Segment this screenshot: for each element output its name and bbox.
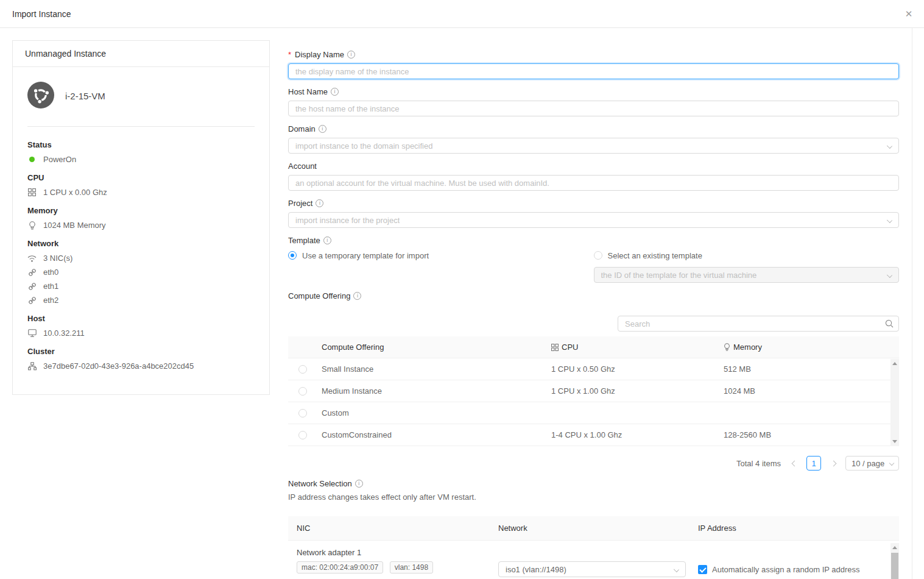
card-title: Unmanaged Instance	[25, 49, 106, 59]
scroll-down-icon[interactable]	[892, 440, 897, 443]
network-selection-table: NIC Network IP Address Network adapter 1…	[288, 516, 899, 579]
pagination: Total 4 items 1 10 / page	[288, 456, 899, 471]
desktop-icon	[27, 329, 37, 337]
mac-tag: mac: 02:00:24:a9:00:07	[297, 561, 383, 574]
compute-offering-section: Compute Offering	[288, 290, 899, 301]
table-row: Network adapter 1 mac: 02:00:24:a9:00:07…	[288, 541, 899, 579]
modal-header: Import Instance ✕	[0, 0, 924, 28]
offering-radio[interactable]	[298, 409, 307, 417]
vm-name: i-2-15-VM	[65, 91, 105, 101]
link-icon	[27, 282, 37, 291]
display-name-field: * Display Name	[288, 49, 899, 79]
col-ip-address: IP Address	[698, 524, 899, 533]
col-network: Network	[498, 524, 698, 533]
offering-name: Medium Instance	[322, 386, 551, 396]
wifi-icon	[27, 255, 37, 262]
offering-radio[interactable]	[298, 365, 307, 374]
nic-network-select[interactable]: iso1 (vlan://1498)	[498, 561, 686, 577]
cpu-label: CPU	[27, 173, 255, 182]
temporary-template-label: Use a temporary template for import	[302, 251, 429, 260]
memory-icon	[724, 343, 730, 351]
status-label: Status	[27, 140, 255, 149]
offering-radio[interactable]	[298, 431, 307, 439]
info-icon	[316, 199, 323, 207]
template-option-temporary: Use a temporary template for import	[288, 249, 594, 283]
host-name-input[interactable]	[288, 101, 899, 116]
offering-search	[618, 316, 899, 332]
cpu-icon	[551, 344, 559, 351]
host-section: Host 10.0.32.211	[27, 314, 255, 338]
existing-template-select[interactable]: the ID of the template for the virtual m…	[594, 267, 900, 283]
page-1-button[interactable]: 1	[806, 456, 821, 471]
offering-memory: 1024 MB	[724, 386, 899, 396]
auto-ip-label: Automatically assign a random IP address	[712, 565, 860, 574]
offering-name: Custom	[322, 408, 551, 417]
status-value: PowerOn	[43, 155, 76, 164]
scroll-up-icon[interactable]	[892, 362, 897, 365]
offering-memory: 128-2560 MB	[724, 430, 899, 439]
table-row[interactable]: Medium Instance 1 CPU x 1.00 Ghz 1024 MB	[288, 380, 899, 402]
host-label: Host	[27, 314, 255, 323]
info-icon	[331, 88, 339, 96]
page-size-select[interactable]: 10 / page	[845, 456, 899, 471]
offering-name: Small Instance	[322, 364, 551, 374]
offering-cpu: 1 CPU x 1.00 Ghz	[551, 386, 724, 396]
link-icon	[27, 268, 37, 277]
table-scrollbar[interactable]	[890, 543, 899, 579]
account-input[interactable]	[288, 175, 899, 191]
display-name-label: Display Name	[295, 50, 344, 59]
info-icon	[355, 480, 363, 488]
host-name-label: Host Name	[288, 87, 328, 96]
template-field: Template Use a temporary template for im…	[288, 235, 899, 283]
close-icon[interactable]: ✕	[903, 8, 915, 20]
nic-network-value: iso1 (vlan://1498)	[506, 565, 566, 574]
nic-adapter-name: Network adapter 1	[297, 548, 490, 557]
scroll-edge-divider	[912, 28, 912, 579]
table-row[interactable]: CustomConstrained 1-4 CPU x 1.00 Ghz 128…	[288, 424, 899, 446]
chevron-down-icon	[889, 461, 894, 466]
network-selection-note: IP address changes takes effect only aft…	[288, 492, 899, 502]
radio-unchecked-icon[interactable]	[594, 251, 602, 260]
nic-name: eth2	[43, 296, 58, 305]
next-page-icon[interactable]	[826, 456, 841, 471]
required-mark: *	[288, 50, 291, 59]
table-body: Network adapter 1 mac: 02:00:24:a9:00:07…	[288, 541, 899, 579]
compute-offering-label: Compute Offering	[288, 291, 350, 300]
offering-cpu: 1 CPU x 0.50 Ghz	[551, 364, 724, 374]
cpu-section: CPU 1 CPU x 0.00 Ghz	[27, 173, 255, 197]
table-row[interactable]: Small Instance 1 CPU x 0.50 Ghz 512 MB	[288, 358, 899, 380]
prev-page-icon[interactable]	[787, 456, 802, 471]
memory-label: Memory	[27, 206, 255, 215]
account-label: Account	[288, 162, 317, 171]
scroll-thumb[interactable]	[891, 553, 898, 579]
display-name-input[interactable]	[288, 63, 899, 79]
search-input[interactable]	[618, 316, 899, 332]
network-label: Network	[27, 239, 255, 248]
auto-ip-checkbox[interactable]	[698, 565, 707, 574]
nic-count: 3 NIC(s)	[43, 254, 72, 263]
cpu-icon	[27, 188, 37, 196]
ubuntu-os-icon	[27, 82, 54, 110]
search-icon[interactable]	[885, 319, 894, 330]
domain-select[interactable]: import instance to the domain specified	[288, 138, 899, 154]
temporary-template-radio-option[interactable]: Use a temporary template for import	[288, 249, 594, 261]
card-body: i-2-15-VM Status PowerOn CPU 1 CPU x 0.0…	[13, 67, 269, 394]
card-header: Unmanaged Instance	[13, 41, 269, 67]
offering-cpu: 1-4 CPU x 1.00 Ghz	[551, 430, 724, 439]
scroll-up-icon[interactable]	[892, 546, 897, 549]
existing-template-label: Select an existing template	[608, 251, 702, 260]
table-scrollbar[interactable]	[890, 359, 899, 446]
info-icon	[319, 125, 326, 133]
radio-checked-icon[interactable]	[288, 251, 297, 260]
col-nic: NIC	[288, 524, 498, 533]
network-section: Network 3 NIC(s) eth0 eth1	[27, 239, 255, 305]
template-option-existing: Select an existing template the ID of th…	[594, 249, 900, 283]
status-dot-icon	[27, 157, 37, 162]
table-row[interactable]: Custom	[288, 402, 899, 424]
pagination-total: Total 4 items	[736, 459, 781, 468]
existing-template-radio-option[interactable]: Select an existing template	[594, 249, 900, 261]
table-header: NIC Network IP Address	[288, 516, 899, 541]
offering-radio[interactable]	[298, 387, 307, 396]
project-select[interactable]: import instance for the project	[288, 212, 899, 228]
chevron-down-icon	[887, 218, 892, 223]
